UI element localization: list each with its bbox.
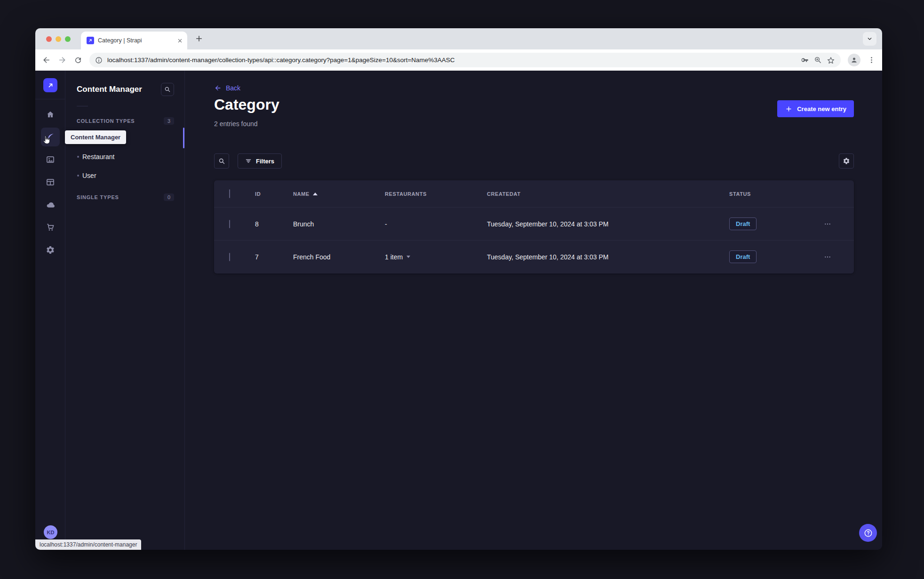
entries-table: ID NAME RESTAURANTS CREATEDAT STATUS 8 B…	[214, 180, 854, 273]
cell-createdat: Tuesday, September 10, 2024 at 3:03 PM	[487, 253, 729, 261]
row-checkbox[interactable]	[229, 220, 230, 228]
link-statusbar: localhost:1337/admin/content-manager	[35, 539, 141, 550]
strapi-favicon-icon	[87, 37, 94, 44]
browser-tab[interactable]: Category | Strapi	[81, 32, 187, 49]
create-new-entry-button[interactable]: Create new entry	[777, 100, 854, 117]
filters-label: Filters	[256, 158, 274, 165]
reload-icon[interactable]	[74, 56, 82, 64]
minimize-window-button[interactable]	[56, 36, 61, 42]
sidebar-item-user[interactable]: User	[65, 166, 184, 185]
browser-window: Category | Strapi localhost:1337/admin/c…	[35, 28, 882, 550]
question-icon	[863, 528, 873, 538]
sidebar-item-restaurant[interactable]: Restaurant	[65, 147, 184, 166]
password-key-icon[interactable]	[800, 56, 809, 64]
page-title: Category	[214, 96, 279, 113]
row-actions-menu[interactable]	[824, 253, 839, 261]
cell-createdat: Tuesday, September 10, 2024 at 3:03 PM	[487, 220, 729, 228]
arrow-left-icon	[214, 84, 222, 92]
status-badge: Draft	[729, 217, 757, 230]
content-type-builder-icon[interactable]	[41, 173, 60, 192]
media-library-icon[interactable]	[41, 150, 60, 169]
bullet-icon	[77, 156, 79, 158]
restaurants-count-label: 1 item	[385, 253, 403, 261]
marketplace-cart-icon[interactable]	[41, 218, 60, 237]
bookmark-star-icon[interactable]	[827, 56, 835, 64]
entries-count: 2 entries found	[214, 120, 258, 128]
table-header-row: ID NAME RESTAURANTS CREATEDAT STATUS	[214, 180, 854, 207]
collection-types-label: COLLECTION TYPES	[77, 118, 135, 124]
column-header-createdat[interactable]: CREATEDAT	[487, 191, 729, 197]
back-link[interactable]: Back	[214, 84, 240, 92]
row-actions-menu[interactable]	[824, 220, 839, 228]
collection-types-section: COLLECTION TYPES 3	[65, 117, 184, 125]
cell-name: French Food	[293, 253, 385, 261]
ellipsis-icon	[824, 220, 831, 228]
traffic-lights	[46, 36, 71, 42]
url-text[interactable]: localhost:1337/admin/content-manager/col…	[107, 56, 796, 64]
filters-button[interactable]: Filters	[238, 153, 282, 169]
status-badge: Draft	[729, 250, 757, 263]
address-bar[interactable]: localhost:1337/admin/content-manager/col…	[89, 53, 841, 67]
rail-divider	[35, 99, 65, 99]
chevron-down-icon	[406, 256, 410, 258]
tab-strip: Category | Strapi	[35, 28, 882, 49]
single-types-section: SINGLE TYPES 0	[65, 193, 184, 201]
browser-profile-avatar[interactable]	[848, 54, 860, 66]
column-header-id[interactable]: ID	[255, 191, 293, 197]
browser-menu-kebab-icon[interactable]	[868, 56, 876, 64]
subnav-divider	[77, 106, 88, 106]
subnav-search-button[interactable]	[161, 83, 174, 96]
search-icon	[218, 158, 225, 165]
tab-search-chevron-button[interactable]	[863, 32, 876, 46]
site-info-icon[interactable]	[95, 56, 103, 64]
table-row[interactable]: 8 Brunch - Tuesday, September 10, 2024 a…	[214, 207, 854, 240]
column-header-status[interactable]: STATUS	[729, 191, 824, 197]
cell-id: 7	[255, 253, 293, 261]
mouse-cursor-icon	[41, 135, 52, 145]
tab-close-icon[interactable]	[177, 38, 183, 43]
column-header-restaurants[interactable]: RESTAURANTS	[385, 191, 487, 197]
row-checkbox[interactable]	[229, 253, 230, 261]
settings-gear-icon[interactable]	[41, 241, 60, 259]
back-label: Back	[226, 84, 240, 92]
cell-name: Brunch	[293, 220, 385, 228]
gear-icon	[843, 157, 850, 165]
user-avatar[interactable]: KD	[44, 525, 57, 539]
select-all-checkbox[interactable]	[229, 189, 230, 198]
ellipsis-icon	[824, 253, 831, 261]
sort-asc-icon	[313, 193, 318, 195]
filter-row: Filters	[214, 153, 854, 169]
cloud-deploy-icon[interactable]	[41, 195, 60, 214]
cell-restaurants: -	[385, 220, 487, 228]
strapi-logo[interactable]	[43, 78, 57, 92]
filter-icon	[245, 158, 252, 164]
zoom-page-icon[interactable]	[814, 56, 822, 64]
main-content: Back Category 2 entries found Create new…	[185, 71, 882, 550]
collection-types-count-badge: 3	[164, 117, 174, 125]
back-icon[interactable]	[42, 56, 51, 64]
tab-title: Category | Strapi	[98, 37, 174, 44]
close-window-button[interactable]	[46, 36, 52, 42]
cell-id: 8	[255, 220, 293, 228]
sidebar-item-label: User	[82, 172, 96, 179]
browser-toolbar: localhost:1337/admin/content-manager/col…	[35, 49, 882, 71]
home-icon[interactable]	[41, 105, 60, 124]
bullet-icon	[77, 175, 79, 177]
forward-icon[interactable]	[58, 56, 67, 64]
subnav-title: Content Manager	[77, 85, 142, 94]
content-manager-tooltip: Content Manager	[65, 130, 126, 144]
sidebar-item-label: Restaurant	[82, 153, 114, 161]
plus-icon	[785, 105, 793, 113]
help-button[interactable]	[859, 524, 877, 542]
view-settings-button[interactable]	[839, 153, 854, 169]
zoom-window-button[interactable]	[65, 36, 71, 42]
table-row[interactable]: 7 French Food 1 item Tuesday, September …	[214, 240, 854, 273]
column-header-name[interactable]: NAME	[293, 191, 385, 197]
create-new-entry-label: Create new entry	[797, 105, 846, 113]
new-tab-button[interactable]	[194, 34, 204, 43]
single-types-label: SINGLE TYPES	[77, 194, 119, 200]
strapi-admin-app: KD Content Manager COLLECTION TYPES 3 Ca…	[35, 71, 882, 550]
cell-restaurants-dropdown[interactable]: 1 item	[385, 253, 487, 261]
table-search-button[interactable]	[214, 153, 229, 169]
single-types-count-badge: 0	[164, 193, 174, 201]
